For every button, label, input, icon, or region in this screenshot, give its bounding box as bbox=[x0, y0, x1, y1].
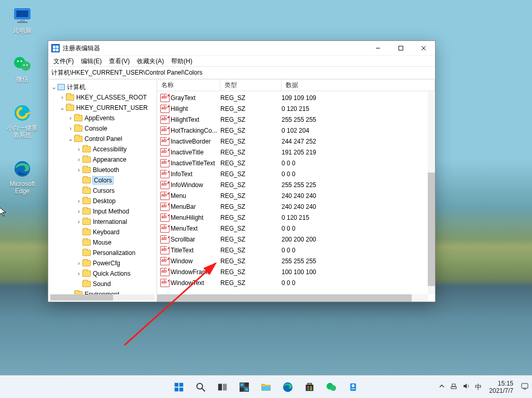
minimize-button[interactable] bbox=[367, 41, 389, 55]
cell-data: 0 120 215 bbox=[282, 214, 435, 221]
list-row[interactable]: HotTrackingCo...REG_SZ0 102 204 bbox=[157, 125, 435, 136]
tree-twisty-icon[interactable]: ⌄ bbox=[50, 83, 58, 91]
menu-help[interactable]: 帮助(H) bbox=[168, 56, 195, 67]
store-button[interactable] bbox=[300, 378, 319, 396]
list-horizontal-scrollbar[interactable] bbox=[157, 294, 428, 302]
tree-view[interactable]: ⌄计算机›HKEY_CLASSES_ROOT⌄HKEY_CURRENT_USER… bbox=[48, 80, 157, 302]
ime-indicator[interactable]: 中 bbox=[475, 382, 482, 392]
cell-data: 0 0 0 bbox=[282, 170, 435, 178]
tree-node-appevents[interactable]: ›AppEvents bbox=[48, 113, 157, 123]
tree-twisty-icon[interactable]: › bbox=[75, 218, 82, 225]
tray-chevron-icon[interactable] bbox=[439, 383, 445, 391]
column-header-data[interactable]: 数据 bbox=[282, 80, 435, 91]
desktop-icon-xiaobai[interactable]: 小白一键重装系统 bbox=[4, 103, 40, 139]
tree-node-powercfg[interactable]: ›PowerCfg bbox=[48, 258, 157, 268]
tree-node-international[interactable]: ›International bbox=[48, 217, 157, 227]
explorer-button[interactable] bbox=[257, 378, 275, 396]
list-row[interactable]: WindowREG_SZ255 255 255 bbox=[157, 255, 435, 266]
tree-twisty-icon[interactable]: › bbox=[67, 125, 74, 132]
column-header-type[interactable]: 类型 bbox=[220, 80, 282, 91]
list-row[interactable]: InfoTextREG_SZ0 0 0 bbox=[157, 168, 435, 179]
folder-icon bbox=[74, 115, 82, 121]
desktop-icon-this-pc[interactable]: 此电脑 bbox=[4, 5, 40, 34]
tree-node-computer[interactable]: ⌄计算机 bbox=[48, 82, 157, 92]
titlebar[interactable]: 注册表编辑器 bbox=[48, 41, 435, 55]
tree-node-colors[interactable]: Colors bbox=[48, 175, 157, 186]
tree-twisty-icon[interactable]: › bbox=[75, 166, 82, 174]
search-button[interactable] bbox=[191, 378, 210, 396]
cell-name: Window bbox=[171, 258, 220, 265]
list-row[interactable]: InfoWindowREG_SZ255 255 225 bbox=[157, 179, 435, 190]
tree-node-input-method[interactable]: ›Input Method bbox=[48, 206, 157, 217]
list-row[interactable]: ScrollbarREG_SZ200 200 200 bbox=[157, 234, 435, 245]
list-row[interactable]: InactiveTitleTextREG_SZ0 0 0 bbox=[157, 158, 435, 168]
desktop[interactable]: 此电脑 微信 小白一键重装系统 Microsoft Edge 注册表编辑器 文件… bbox=[0, 0, 532, 398]
list-row[interactable]: MenuREG_SZ240 240 240 bbox=[157, 190, 435, 201]
tree-twisty-icon[interactable]: › bbox=[75, 146, 82, 153]
tree-node-mouse[interactable]: Mouse bbox=[48, 237, 157, 248]
list-row[interactable]: MenuTextREG_SZ0 0 0 bbox=[157, 223, 435, 234]
tree-twisty-icon[interactable]: › bbox=[75, 197, 82, 205]
cell-name: Hilight bbox=[171, 105, 220, 112]
maximize-button[interactable] bbox=[389, 41, 412, 55]
menu-edit[interactable]: 编辑(E) bbox=[78, 56, 105, 67]
tree-node-personalization[interactable]: Personalization bbox=[48, 248, 157, 258]
cell-name: InactiveTitle bbox=[171, 149, 220, 156]
list-row[interactable]: WindowFrameREG_SZ100 100 100 bbox=[157, 266, 435, 277]
list-view[interactable]: 名称 类型 数据 GrayTextREG_SZ109 109 109Hiligh… bbox=[157, 80, 435, 302]
tree-node-bluetooth[interactable]: ›Bluetooth bbox=[48, 165, 157, 175]
svg-point-7 bbox=[21, 61, 22, 62]
notifications-icon[interactable] bbox=[521, 382, 529, 392]
network-icon[interactable] bbox=[450, 382, 457, 391]
tree-twisty-icon[interactable]: › bbox=[75, 208, 82, 215]
desktop-icon-wechat[interactable]: 微信 bbox=[4, 54, 40, 83]
list-row[interactable]: InactiveBorderREG_SZ244 247 252 bbox=[157, 136, 435, 147]
list-row[interactable]: HilightTextREG_SZ255 255 255 bbox=[157, 114, 435, 125]
list-row[interactable]: TitleTextREG_SZ0 0 0 bbox=[157, 245, 435, 255]
tree-twisty-icon[interactable]: › bbox=[67, 115, 74, 122]
column-header-name[interactable]: 名称 bbox=[157, 80, 220, 91]
tree-node-accessibility[interactable]: ›Accessibility bbox=[48, 144, 157, 154]
tree-node-keyboard[interactable]: Keyboard bbox=[48, 227, 157, 237]
tree-node-sound[interactable]: Sound bbox=[48, 279, 157, 289]
tree-node-console[interactable]: ›Console bbox=[48, 123, 157, 134]
tree-twisty-icon[interactable]: ⌄ bbox=[67, 135, 74, 143]
tree-twisty-icon[interactable]: › bbox=[59, 94, 66, 101]
tree-node-desktop[interactable]: ›Desktop bbox=[48, 196, 157, 206]
list-row[interactable]: MenuHilightREG_SZ0 120 215 bbox=[157, 212, 435, 223]
tree-twisty-icon[interactable]: › bbox=[75, 270, 82, 277]
tree-node-hkey_current_user[interactable]: ⌄HKEY_CURRENT_USER bbox=[48, 103, 157, 113]
app-taskbar-button[interactable] bbox=[344, 378, 362, 396]
edge-button[interactable] bbox=[278, 378, 297, 396]
tree-node-quick-actions[interactable]: ›Quick Actions bbox=[48, 268, 157, 279]
tree-twisty-icon[interactable]: › bbox=[75, 156, 82, 163]
desktop-icon-edge[interactable]: Microsoft Edge bbox=[4, 159, 40, 195]
list-row[interactable]: HilightREG_SZ0 120 215 bbox=[157, 103, 435, 114]
list-row[interactable]: GrayTextREG_SZ109 109 109 bbox=[157, 92, 435, 103]
tree-horizontal-scrollbar[interactable] bbox=[50, 294, 155, 301]
menu-file[interactable]: 文件(F) bbox=[50, 56, 77, 67]
task-view-button[interactable] bbox=[213, 378, 232, 396]
menu-favorites[interactable]: 收藏夹(A) bbox=[134, 56, 167, 67]
list-row[interactable]: InactiveTitleREG_SZ191 205 219 bbox=[157, 147, 435, 158]
taskbar[interactable]: 中 15:15 2021/7/7 bbox=[0, 375, 532, 398]
close-button[interactable] bbox=[412, 41, 435, 55]
list-row[interactable]: WindowTextREG_SZ0 0 0 bbox=[157, 277, 435, 288]
system-tray[interactable]: 中 15:15 2021/7/7 bbox=[439, 376, 529, 398]
list-vertical-scrollbar[interactable] bbox=[428, 91, 435, 294]
address-bar[interactable]: 计算机\HKEY_CURRENT_USER\Control Panel\Colo… bbox=[48, 67, 435, 79]
list-header[interactable]: 名称 类型 数据 bbox=[157, 80, 435, 91]
tree-node-hkey_classes_root[interactable]: ›HKEY_CLASSES_ROOT bbox=[48, 92, 157, 103]
tree-node-appearance[interactable]: ›Appearance bbox=[48, 154, 157, 165]
start-button[interactable] bbox=[170, 378, 188, 396]
tree-twisty-icon[interactable]: › bbox=[75, 260, 82, 267]
tree-twisty-icon[interactable]: ⌄ bbox=[59, 104, 66, 111]
menu-view[interactable]: 查看(V) bbox=[106, 56, 133, 67]
wechat-taskbar-button[interactable] bbox=[322, 378, 341, 396]
clock[interactable]: 15:15 2021/7/7 bbox=[487, 380, 515, 394]
widgets-button[interactable] bbox=[235, 378, 254, 396]
tree-node-cursors[interactable]: Cursors bbox=[48, 186, 157, 196]
volume-icon[interactable] bbox=[463, 382, 470, 391]
list-row[interactable]: MenuBarREG_SZ240 240 240 bbox=[157, 201, 435, 212]
tree-node-control-panel[interactable]: ⌄Control Panel bbox=[48, 134, 157, 144]
